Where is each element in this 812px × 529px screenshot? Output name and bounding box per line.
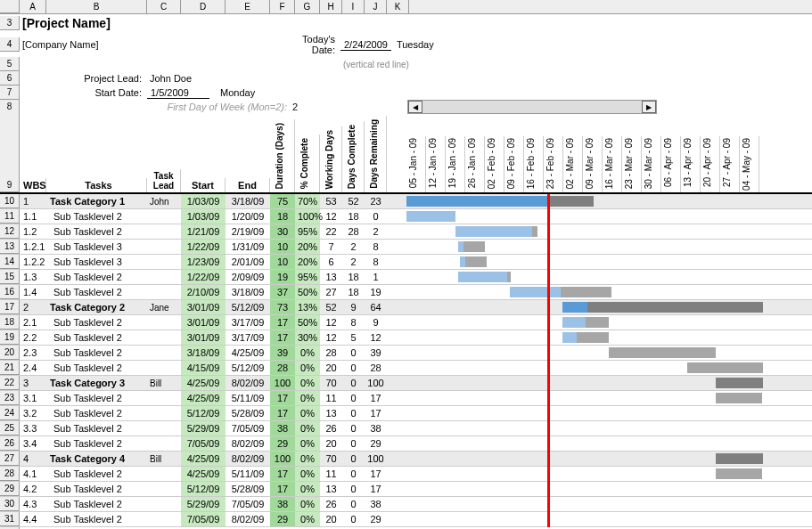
cell-wd[interactable]: 11 xyxy=(320,391,342,405)
cell-end[interactable]: 5/28/09 xyxy=(226,482,270,496)
cell-task[interactable]: Task Category 4 xyxy=(46,452,147,466)
row-header-9[interactable]: 9 xyxy=(0,112,20,192)
cell-pct[interactable]: 30% xyxy=(295,330,320,345)
col-header-j[interactable]: J xyxy=(365,0,387,13)
cell-lead[interactable] xyxy=(147,321,181,324)
row-header[interactable]: 10 xyxy=(0,194,20,208)
cell-task[interactable]: Sub Tasklevel 2 xyxy=(46,406,147,420)
row-header[interactable]: 12 xyxy=(0,224,20,239)
cell-duration[interactable]: 75 xyxy=(270,194,295,208)
cell-task[interactable]: Sub Tasklevel 2 xyxy=(46,391,147,405)
task-row[interactable]: 243.2Sub Tasklevel 25/12/095/28/09170%13… xyxy=(0,406,812,421)
row-header[interactable]: 14 xyxy=(0,255,20,269)
cell-lead[interactable] xyxy=(147,245,181,248)
cell-dc[interactable]: 0 xyxy=(342,406,365,420)
cell-end[interactable]: 2/19/09 xyxy=(226,224,270,239)
cell-start[interactable]: 1/21/09 xyxy=(181,224,226,239)
cell-pct[interactable]: 20% xyxy=(295,255,320,269)
cell-start[interactable]: 5/12/09 xyxy=(181,482,226,496)
task-row[interactable]: 192.2Sub Tasklevel 23/01/093/17/091730%1… xyxy=(0,330,812,346)
cell-wbs[interactable]: 3.4 xyxy=(20,436,46,451)
cell-pct[interactable]: 13% xyxy=(295,300,320,314)
cell-start[interactable]: 3/01/09 xyxy=(181,315,226,330)
row-header[interactable]: 27 xyxy=(0,452,20,466)
cell-start[interactable]: 4/15/09 xyxy=(181,361,226,375)
cell-duration[interactable]: 17 xyxy=(270,406,295,420)
cell-end[interactable]: 5/11/09 xyxy=(226,467,270,481)
task-row[interactable]: 253.3Sub Tasklevel 25/29/097/05/09380%26… xyxy=(0,421,812,436)
cell-dr[interactable]: 19 xyxy=(365,285,387,299)
row-header[interactable]: 30 xyxy=(0,497,20,511)
row-header-6[interactable]: 6 xyxy=(0,71,20,85)
cell-dc[interactable]: 2 xyxy=(342,255,365,269)
cell-pct[interactable]: 0% xyxy=(295,482,320,496)
cell-wd[interactable]: 12 xyxy=(320,330,342,345)
cell-duration[interactable]: 30 xyxy=(270,224,295,239)
row-header[interactable]: 31 xyxy=(0,512,20,526)
cell-task[interactable]: Sub Tasklevel 2 xyxy=(46,330,147,345)
row-header[interactable]: 16 xyxy=(0,285,20,299)
cell-dc[interactable]: 0 xyxy=(342,497,365,511)
cell-start[interactable]: 3/01/09 xyxy=(181,330,226,345)
col-header-i[interactable]: I xyxy=(342,0,365,13)
cell-wbs[interactable]: 1.3 xyxy=(20,270,46,284)
row-header[interactable]: 29 xyxy=(0,482,20,496)
row-header[interactable]: 11 xyxy=(0,209,20,224)
cell-task[interactable]: Sub Tasklevel 2 xyxy=(46,482,147,496)
cell-task[interactable]: Sub Tasklevel 2 xyxy=(46,224,147,239)
cell-pct[interactable]: 70% xyxy=(295,194,320,208)
cell-end[interactable]: 7/05/09 xyxy=(226,421,270,435)
cell-end[interactable]: 8/02/09 xyxy=(226,512,270,526)
cell-duration[interactable]: 100 xyxy=(270,376,295,390)
cell-start[interactable]: 3/18/09 xyxy=(181,346,226,360)
cell-duration[interactable]: 38 xyxy=(270,421,295,435)
cell-start[interactable]: 4/25/09 xyxy=(181,391,226,405)
cell-dc[interactable]: 18 xyxy=(342,285,365,299)
cell-duration[interactable]: 18 xyxy=(270,209,295,224)
cell-wbs[interactable]: 2.3 xyxy=(20,346,46,360)
cell-wbs[interactable]: 1.1 xyxy=(20,209,46,224)
cell-task[interactable]: Sub Tasklevel 2 xyxy=(46,361,147,375)
cell-wd[interactable]: 26 xyxy=(320,421,342,435)
cell-pct[interactable]: 0% xyxy=(295,497,320,511)
cell-dr[interactable]: 29 xyxy=(365,512,387,526)
cell-dr[interactable]: 12 xyxy=(365,330,387,345)
cell-pct[interactable]: 50% xyxy=(295,315,320,330)
col-header-g[interactable]: G xyxy=(295,0,320,13)
cell-start[interactable]: 1/22/09 xyxy=(181,240,226,254)
cell-end[interactable]: 8/02/09 xyxy=(226,452,270,466)
cell-end[interactable]: 3/18/09 xyxy=(226,285,270,299)
row-header-5[interactable]: 5 xyxy=(0,57,20,71)
cell-end[interactable]: 5/11/09 xyxy=(226,391,270,405)
cell-wd[interactable]: 20 xyxy=(320,512,342,526)
cell-wbs[interactable]: 3.1 xyxy=(20,391,46,405)
cell-start[interactable]: 3/01/09 xyxy=(181,300,226,314)
row-header-4[interactable]: 4 xyxy=(0,37,20,52)
first-day-val[interactable]: 2 xyxy=(287,100,300,114)
cell-lead[interactable] xyxy=(147,411,181,415)
cell-end[interactable]: 5/28/09 xyxy=(226,406,270,420)
cell-pct[interactable]: 0% xyxy=(295,436,320,451)
cell-wbs[interactable]: 4.3 xyxy=(20,497,46,511)
cell-dc[interactable]: 18 xyxy=(342,270,365,284)
row-header[interactable]: 26 xyxy=(0,436,20,451)
task-row[interactable]: 101Task Category 1John1/03/093/18/097570… xyxy=(0,194,812,209)
cell-task[interactable]: Sub Tasklevel 2 xyxy=(46,315,147,330)
cell-dc[interactable]: 2 xyxy=(342,240,365,254)
row-header[interactable]: 18 xyxy=(0,315,20,330)
cell-lead[interactable] xyxy=(147,275,181,279)
cell-lead[interactable]: Jane xyxy=(147,301,181,314)
cell-pct[interactable]: 95% xyxy=(295,270,320,284)
task-row[interactable]: 233.1Sub Tasklevel 24/25/095/11/09170%11… xyxy=(0,391,812,406)
cell-task[interactable]: Sub Tasklevel 2 xyxy=(46,346,147,360)
cell-dc[interactable]: 0 xyxy=(342,482,365,496)
cell-wbs[interactable]: 3.3 xyxy=(20,421,46,435)
project-lead[interactable]: John Doe xyxy=(147,71,194,85)
cell-dr[interactable]: 100 xyxy=(365,452,387,466)
cell-end[interactable]: 8/02/09 xyxy=(226,376,270,390)
company-name[interactable]: [Company Name] xyxy=(20,37,278,52)
cell-dc[interactable]: 0 xyxy=(342,512,365,526)
col-header-c[interactable]: C xyxy=(147,0,181,13)
cell-wd[interactable]: 28 xyxy=(320,346,342,360)
task-row[interactable]: 314.4Sub Tasklevel 27/05/098/02/09290%20… xyxy=(0,512,812,527)
